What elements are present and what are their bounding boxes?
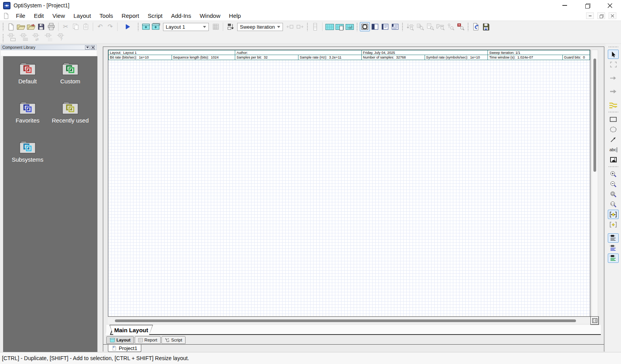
menu-report[interactable]: Report: [117, 11, 143, 21]
new-layout-icon[interactable]: [141, 22, 151, 31]
menu-script[interactable]: Script: [143, 11, 167, 21]
toolbar-grip[interactable]: [356, 22, 358, 31]
toolbar-grip[interactable]: [467, 22, 469, 31]
browse-component-folder-icon[interactable]: [435, 22, 446, 31]
component-library-header[interactable]: Component Library: [1, 45, 97, 50]
menu-view[interactable]: View: [48, 11, 69, 21]
zoom-one-to-one-icon[interactable]: 1:1: [608, 200, 619, 209]
panel-collapse-button[interactable]: [85, 45, 90, 50]
tab-script[interactable]: Script: [161, 336, 186, 344]
folder-favorites[interactable]: Favorites: [6, 101, 49, 140]
tab-layout[interactable]: Layout: [106, 336, 134, 344]
menu-add-ins[interactable]: Add-Ins: [167, 11, 196, 21]
align-components-icon[interactable]: [608, 233, 619, 243]
menu-file[interactable]: File: [12, 11, 29, 21]
new-project-icon[interactable]: [6, 22, 16, 31]
folder-recently-used[interactable]: Recently used: [49, 101, 92, 140]
undo-icon[interactable]: ↶: [95, 22, 105, 31]
paste-icon[interactable]: [81, 22, 91, 31]
print-icon[interactable]: [46, 22, 56, 31]
layout-properties-button[interactable]: [590, 316, 599, 325]
component-ports-icon[interactable]: [43, 33, 55, 43]
redo-icon[interactable]: ↷: [105, 22, 115, 31]
save-project-icon[interactable]: [36, 22, 46, 31]
script-page-icon[interactable]: [345, 22, 355, 31]
embed-project-icon[interactable]: [481, 22, 491, 31]
toolbar-grip[interactable]: [137, 22, 139, 31]
component-watch-icon[interactable]: [446, 22, 456, 31]
toolbar-grip[interactable]: [2, 22, 4, 31]
component-flag-icon[interactable]: [456, 22, 466, 31]
zoom-out-icon[interactable]: [608, 179, 619, 189]
ellipse-tool-icon[interactable]: [608, 125, 619, 134]
menu-help[interactable]: Help: [225, 11, 245, 21]
panel-close-button[interactable]: [90, 45, 95, 50]
close-button[interactable]: [598, 0, 621, 11]
palette-grip[interactable]: [608, 46, 618, 48]
project-split-view-icon[interactable]: [370, 22, 380, 31]
find-component-icon[interactable]: [405, 22, 415, 31]
align-components-tertiary-icon[interactable]: [608, 254, 619, 263]
calculate-play-icon[interactable]: [123, 22, 133, 31]
horizontal-scroll-thumb[interactable]: [115, 319, 576, 322]
mdi-restore-button[interactable]: [597, 12, 605, 19]
canvas-horizontal-scrollbar[interactable]: [108, 317, 590, 324]
layout-selector-dropdown[interactable]: Layout 1: [163, 23, 209, 31]
previous-sweep-icon[interactable]: [285, 22, 295, 31]
canvas-vertical-scrollbar[interactable]: [592, 50, 598, 317]
marquee-select-icon[interactable]: [608, 60, 619, 69]
select-tool-icon[interactable]: [608, 50, 619, 59]
main-layout-tab[interactable]: Main Layout: [109, 325, 153, 335]
port-connector-tool-icon[interactable]: [608, 73, 619, 83]
image-tool-icon[interactable]: [608, 155, 619, 164]
calculation-options-icon[interactable]: [211, 22, 221, 31]
rectangle-tool-icon[interactable]: [608, 115, 619, 124]
iterations-table-icon[interactable]: [310, 22, 320, 31]
component-label-icon[interactable]: [6, 33, 17, 43]
mdi-minimize-button[interactable]: [586, 12, 594, 19]
report-page-icon[interactable]: [335, 22, 345, 31]
replace-component-icon[interactable]: [425, 22, 435, 31]
mdi-close-button[interactable]: [609, 12, 616, 19]
tab-report[interactable]: Report: [135, 336, 161, 344]
menu-edit[interactable]: Edit: [29, 11, 48, 21]
project-description-view-icon[interactable]: [380, 22, 390, 31]
zoom-in-icon[interactable]: [608, 169, 619, 179]
vertical-scroll-thumb[interactable]: [593, 59, 596, 172]
edit-layout-icon[interactable]: [324, 22, 335, 31]
menu-tools[interactable]: Tools: [95, 11, 117, 21]
folder-custom[interactable]: Custom: [49, 62, 92, 101]
menu-window[interactable]: Window: [195, 11, 224, 21]
restore-button[interactable]: [576, 0, 598, 11]
minimize-button[interactable]: [553, 0, 576, 11]
component-swap-icon[interactable]: ⇄: [31, 33, 42, 43]
copy-icon[interactable]: [71, 22, 81, 31]
arrow-tool-icon[interactable]: [608, 87, 619, 96]
toolbar-grip[interactable]: [2, 34, 4, 42]
next-sweep-icon[interactable]: [295, 22, 305, 31]
component-parameters-icon[interactable]: [18, 33, 30, 43]
sweep-selector-dropdown[interactable]: Sweep Iteration: [237, 23, 283, 31]
open-project-icon[interactable]: [16, 22, 26, 31]
layout-canvas[interactable]: Layout: Layout 1 Author: Friday, July 04…: [108, 50, 590, 317]
vertical-fit-icon[interactable]: [608, 220, 619, 229]
duplicate-layout-icon[interactable]: [151, 22, 161, 31]
toolbar-grip[interactable]: [307, 22, 309, 31]
project-tab[interactable]: Project1: [108, 345, 141, 352]
palette-grip[interactable]: [608, 166, 618, 168]
generate-report-icon[interactable]: [471, 22, 481, 31]
component-help-icon[interactable]: ?: [56, 33, 67, 43]
folder-default[interactable]: Default: [6, 62, 49, 101]
line-tool-icon[interactable]: [608, 135, 619, 144]
menu-layout[interactable]: Layout: [69, 11, 95, 21]
project-report-view-icon[interactable]: [390, 22, 400, 31]
zoom-to-window-icon[interactable]: [608, 190, 619, 199]
cut-icon[interactable]: ✂: [61, 22, 71, 31]
import-project-icon[interactable]: [26, 22, 36, 31]
sweep-mode-icon[interactable]: [225, 22, 235, 31]
auto-wire-tool-icon[interactable]: [608, 100, 619, 110]
toolbar-grip[interactable]: [402, 22, 404, 31]
text-tool-icon[interactable]: abc: [608, 145, 619, 154]
search-library-icon[interactable]: [415, 22, 425, 31]
horizontal-fit-icon[interactable]: [608, 210, 619, 219]
